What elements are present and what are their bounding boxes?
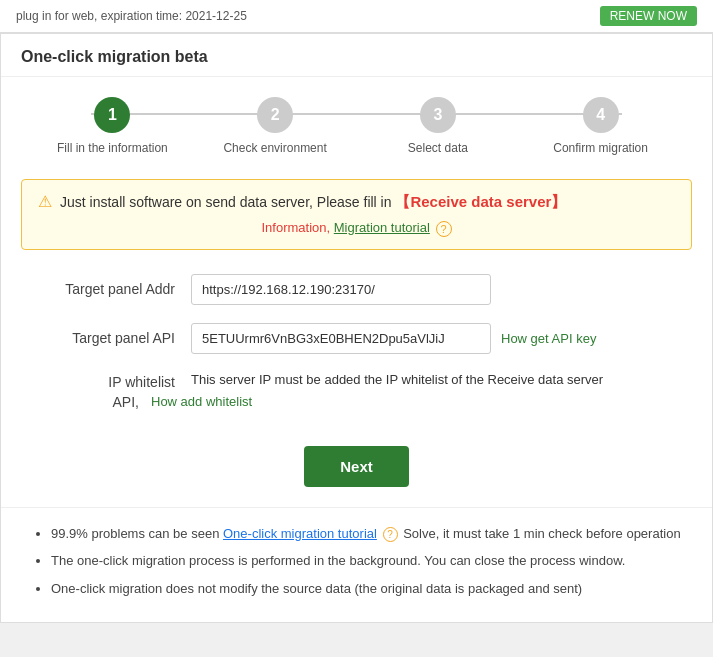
help-orange-icon: ? <box>383 527 398 542</box>
target-api-row: Target panel API How get API key <box>31 323 682 354</box>
how-get-api-key-link[interactable]: How get API key <box>501 331 596 346</box>
step-label-4: Confirm migration <box>553 141 648 155</box>
how-add-whitelist-link[interactable]: How add whitelist <box>151 394 252 409</box>
alert-sub-text: Information, <box>261 220 330 235</box>
stepper: 1 Fill in the information 2 Check enviro… <box>1 77 712 165</box>
step-circle-1: 1 <box>94 97 130 133</box>
warning-icon: ⚠ <box>38 192 52 211</box>
footer-notes: 99.9% problems can be seen One-click mig… <box>1 507 712 623</box>
step-circle-4: 4 <box>583 97 619 133</box>
whitelist-label: IP whitelist <box>31 372 191 390</box>
renew-button[interactable]: RENEW NOW <box>600 6 697 26</box>
step-1: 1 Fill in the information <box>31 97 194 155</box>
step-circle-3: 3 <box>420 97 456 133</box>
note-1: 99.9% problems can be seen One-click mig… <box>51 524 682 544</box>
target-addr-input[interactable] <box>191 274 491 305</box>
alert-main: ⚠ Just install software on send data ser… <box>38 192 675 212</box>
page-title: One-click migration beta <box>1 34 712 77</box>
target-api-input[interactable] <box>191 323 491 354</box>
alert-box: ⚠ Just install software on send data ser… <box>21 179 692 250</box>
step-4: 4 Confirm migration <box>519 97 682 155</box>
next-button[interactable]: Next <box>304 446 409 487</box>
step-3: 3 Select data <box>357 97 520 155</box>
top-bar: plug in for web, expiration time: 2021-1… <box>0 0 713 33</box>
whitelist-row: IP whitelist This server IP must be adde… <box>31 372 682 390</box>
step-2: 2 Check environment <box>194 97 357 155</box>
step-circle-2: 2 <box>257 97 293 133</box>
migration-tutorial-link[interactable]: Migration tutorial <box>334 220 430 235</box>
alert-bracket-text: 【Receive data server】 <box>395 193 566 210</box>
notes-list: 99.9% problems can be seen One-click mig… <box>31 524 682 599</box>
api-note-row: API, How add whitelist <box>31 394 682 410</box>
note-2: The one-click migration process is perfo… <box>51 551 682 571</box>
api-note-label: API, <box>31 394 151 410</box>
target-api-label: Target panel API <box>31 330 191 346</box>
one-click-tutorial-link[interactable]: One-click migration tutorial <box>223 526 377 541</box>
main-container: One-click migration beta 1 Fill in the i… <box>0 33 713 623</box>
alert-text-before: Just install software on send data serve… <box>60 194 392 210</box>
alert-text: Just install software on send data serve… <box>60 193 566 212</box>
whitelist-text: This server IP must be added the IP whit… <box>191 372 682 387</box>
step-label-3: Select data <box>408 141 468 155</box>
step-label-2: Check environment <box>223 141 326 155</box>
form-section: Target panel Addr Target panel API How g… <box>1 264 712 436</box>
target-addr-label: Target panel Addr <box>31 281 191 297</box>
help-circle-icon: ? <box>436 221 452 237</box>
next-btn-row: Next <box>1 446 712 487</box>
note1-before: 99.9% problems can be seen <box>51 526 223 541</box>
alert-sub: Information, Migration tutorial ? <box>38 220 675 237</box>
note1-after: Solve, it must take 1 min check before o… <box>403 526 680 541</box>
target-addr-row: Target panel Addr <box>31 274 682 305</box>
topbar-text: plug in for web, expiration time: 2021-1… <box>16 9 247 23</box>
step-label-1: Fill in the information <box>57 141 168 155</box>
note-3: One-click migration does not modify the … <box>51 579 682 599</box>
